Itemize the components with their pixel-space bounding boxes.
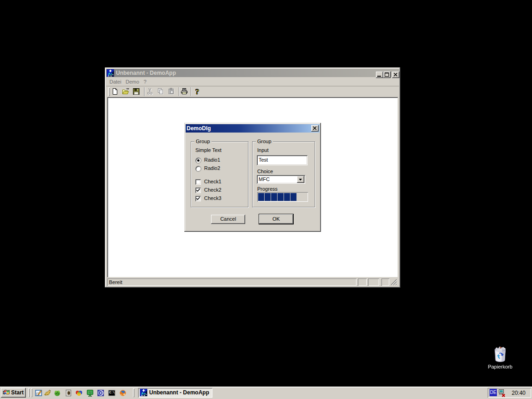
svg-text:TZ: TZ	[88, 391, 92, 394]
svg-text:C:\: C:\	[109, 391, 115, 394]
svg-text:?: ?	[195, 88, 200, 95]
